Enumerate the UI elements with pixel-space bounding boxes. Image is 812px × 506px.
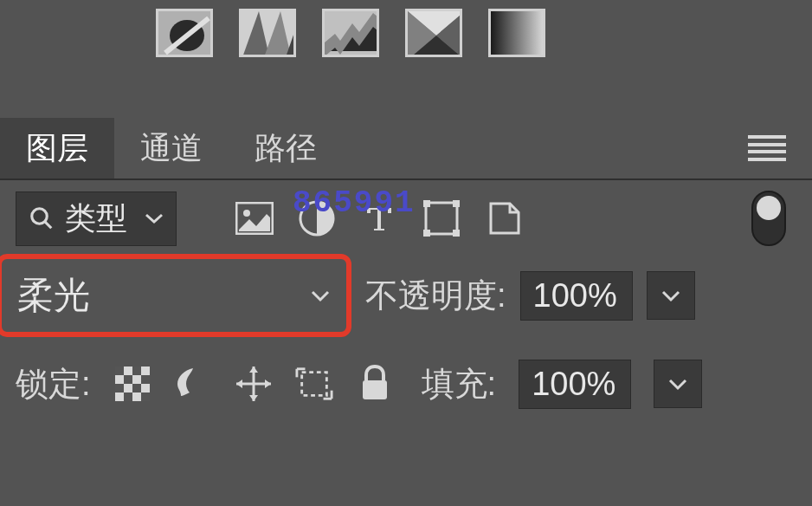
lock-label: 锁定: — [16, 362, 91, 406]
svg-point-16 — [243, 210, 250, 217]
blend-mode-dropdown[interactable]: 柔光 — [0, 254, 351, 337]
filter-pixel-icon[interactable] — [235, 199, 274, 237]
tab-channels[interactable]: 通道 — [114, 118, 229, 178]
lock-image-icon[interactable] — [174, 365, 212, 403]
svg-rect-30 — [124, 392, 132, 401]
preset-thumb-4[interactable] — [405, 9, 462, 57]
svg-rect-18 — [426, 203, 457, 234]
preset-thumb-2[interactable] — [239, 9, 296, 57]
chevron-down-icon — [661, 289, 681, 302]
filter-kind-label: 类型 — [65, 198, 127, 240]
svg-rect-20 — [453, 200, 460, 207]
search-icon — [29, 205, 55, 231]
filter-smartobject-icon[interactable] — [485, 199, 523, 237]
preset-thumb-1[interactable] — [156, 9, 213, 57]
svg-rect-27 — [141, 375, 150, 384]
svg-rect-26 — [124, 375, 132, 384]
svg-rect-31 — [141, 392, 150, 401]
tab-label: 路径 — [255, 127, 317, 170]
opacity-label: 不透明度: — [365, 274, 506, 318]
blend-mode-value: 柔光 — [17, 271, 90, 320]
filter-kind-dropdown[interactable]: 类型 — [16, 191, 177, 246]
lock-position-icon[interactable] — [235, 365, 273, 403]
chevron-down-icon — [145, 212, 164, 224]
fill-value-input[interactable]: 100% — [519, 360, 631, 409]
tab-paths[interactable]: 路径 — [229, 118, 343, 178]
svg-rect-37 — [363, 380, 387, 399]
fill-dropdown[interactable] — [654, 360, 702, 408]
lock-transparent-icon[interactable] — [113, 365, 151, 403]
svg-point-13 — [32, 209, 48, 224]
svg-rect-19 — [423, 200, 430, 207]
opacity-dropdown[interactable] — [647, 271, 695, 320]
chevron-down-icon — [667, 377, 688, 391]
panel-menu-icon[interactable] — [748, 135, 786, 161]
filter-toggle[interactable] — [751, 191, 786, 246]
preset-thumb-5[interactable] — [488, 9, 545, 57]
svg-rect-22 — [453, 230, 460, 237]
lock-artboard-icon[interactable] — [295, 365, 333, 403]
svg-rect-32 — [301, 373, 326, 396]
tab-label: 通道 — [140, 127, 203, 170]
svg-rect-25 — [132, 367, 141, 375]
chevron-down-icon — [310, 289, 331, 302]
svg-rect-24 — [115, 367, 124, 375]
tab-label: 图层 — [26, 127, 88, 170]
watermark-text: 865991 — [293, 185, 416, 221]
preset-thumb-3[interactable] — [322, 9, 379, 57]
filter-shape-icon[interactable] — [422, 199, 461, 237]
svg-rect-29 — [132, 384, 141, 392]
opacity-value-input[interactable]: 100% — [520, 271, 633, 321]
tab-layers[interactable]: 图层 — [0, 118, 114, 178]
svg-rect-12 — [491, 11, 545, 57]
lock-all-icon[interactable] — [356, 365, 394, 403]
svg-rect-21 — [423, 230, 430, 237]
svg-rect-28 — [115, 384, 124, 392]
svg-line-14 — [45, 222, 52, 229]
fill-label: 填充: — [422, 362, 497, 406]
